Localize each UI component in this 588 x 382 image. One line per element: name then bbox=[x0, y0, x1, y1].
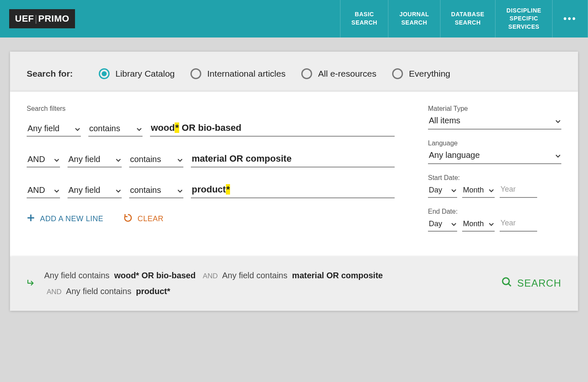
add-line-button[interactable]: ADD A NEW LINE bbox=[27, 214, 103, 224]
start-month-select[interactable]: Month bbox=[462, 184, 495, 198]
field-select-1[interactable]: Any field bbox=[27, 122, 81, 137]
chevron-down-icon bbox=[178, 155, 183, 164]
search-term-3[interactable]: product* bbox=[191, 182, 395, 198]
scope-label: Search for: bbox=[27, 69, 73, 79]
scope-everything[interactable]: Everything bbox=[392, 68, 450, 79]
filter-row-1: Any field contains wood* OR bio-based bbox=[27, 121, 395, 137]
chevron-down-icon bbox=[451, 220, 456, 228]
scope-international-articles[interactable]: International articles bbox=[190, 68, 285, 79]
search-term-2[interactable]: material OR composite bbox=[191, 152, 395, 167]
radio-icon bbox=[99, 68, 110, 79]
field-select-3[interactable]: Any field bbox=[68, 184, 122, 198]
start-year-input[interactable] bbox=[500, 183, 537, 198]
chevron-down-icon bbox=[178, 185, 183, 195]
main-nav: BASIC SEARCH JOURNAL SEARCH DATABASE SEA… bbox=[340, 0, 588, 37]
filters-right: Material Type All items Language Any lan… bbox=[428, 105, 561, 242]
logo-container: UEF | PRIMO bbox=[0, 0, 84, 37]
op-select-2[interactable]: contains bbox=[129, 153, 183, 167]
bool-select-3[interactable]: AND bbox=[27, 184, 60, 198]
nav-basic-search[interactable]: BASIC SEARCH bbox=[340, 0, 388, 37]
material-type-field: Material Type All items bbox=[428, 105, 561, 130]
filter-actions: ADD A NEW LINE CLEAR bbox=[27, 213, 395, 225]
end-year-input[interactable] bbox=[500, 217, 537, 232]
end-date-field: End Date: Day Month bbox=[428, 208, 561, 232]
chevron-down-icon bbox=[555, 150, 560, 160]
nav-database-search[interactable]: DATABASE SEARCH bbox=[440, 0, 495, 37]
filters-label: Search filters bbox=[27, 105, 395, 112]
chevron-down-icon bbox=[489, 220, 494, 228]
filters-panel: Search filters Any field contains wood* … bbox=[10, 92, 578, 257]
nav-discipline-services[interactable]: DISCIPLINE SPECIFIC SERVICES bbox=[495, 0, 552, 37]
filters-left: Search filters Any field contains wood* … bbox=[27, 105, 395, 242]
svg-point-0 bbox=[503, 278, 509, 285]
start-date-label: Start Date: bbox=[428, 174, 561, 182]
radio-icon bbox=[190, 68, 201, 79]
chevron-down-icon bbox=[137, 124, 142, 133]
query-summary-text: Any field contains wood* OR bio-based AN… bbox=[44, 267, 493, 299]
chevron-down-icon bbox=[54, 185, 59, 195]
start-date-field: Start Date: Day Month bbox=[428, 174, 561, 198]
logo-uef: UEF bbox=[15, 13, 34, 24]
op-select-3[interactable]: contains bbox=[129, 184, 183, 198]
material-type-label: Material Type bbox=[428, 105, 561, 112]
search-term-1[interactable]: wood* OR bio-based bbox=[150, 121, 395, 137]
logo[interactable]: UEF | PRIMO bbox=[9, 9, 75, 28]
field-select-2[interactable]: Any field bbox=[68, 153, 122, 167]
nav-more[interactable]: ••• bbox=[552, 0, 588, 37]
scope-library-catalog[interactable]: Library Catalog bbox=[99, 68, 175, 79]
chevron-down-icon bbox=[116, 155, 121, 164]
end-month-select[interactable]: Month bbox=[462, 218, 495, 232]
chevron-down-icon bbox=[489, 186, 494, 195]
bool-select-2[interactable]: AND bbox=[27, 153, 60, 167]
material-type-select[interactable]: All items bbox=[428, 114, 561, 130]
header: UEF | PRIMO BASIC SEARCH JOURNAL SEARCH … bbox=[0, 0, 588, 37]
filter-row-3: AND Any field contains product* bbox=[27, 182, 395, 198]
ellipsis-icon: ••• bbox=[563, 12, 577, 25]
search-button[interactable]: SEARCH bbox=[501, 277, 561, 290]
clear-button[interactable]: CLEAR bbox=[123, 213, 164, 225]
language-field: Language Any language bbox=[428, 140, 561, 164]
logo-primo: PRIMO bbox=[38, 13, 70, 24]
chevron-down-icon bbox=[75, 124, 80, 133]
plus-icon bbox=[27, 214, 35, 224]
search-icon bbox=[501, 277, 512, 290]
language-label: Language bbox=[428, 140, 561, 147]
chevron-down-icon bbox=[54, 155, 59, 164]
end-date-label: End Date: bbox=[428, 208, 561, 215]
end-day-select[interactable]: Day bbox=[428, 218, 457, 232]
chevron-down-icon bbox=[116, 185, 121, 195]
radio-icon bbox=[392, 68, 403, 79]
op-select-1[interactable]: contains bbox=[88, 122, 143, 137]
logo-separator: | bbox=[35, 13, 38, 24]
chevron-down-icon bbox=[451, 186, 456, 195]
language-select[interactable]: Any language bbox=[428, 149, 561, 164]
reset-icon bbox=[123, 213, 133, 225]
chevron-down-icon bbox=[555, 116, 560, 125]
start-day-select[interactable]: Day bbox=[428, 184, 457, 198]
scope-all-e-resources[interactable]: All e-resources bbox=[301, 68, 376, 79]
arrow-return-icon bbox=[27, 279, 36, 288]
filter-row-2: AND Any field contains material OR compo… bbox=[27, 152, 395, 167]
scope-row: Search for: Library Catalog Internationa… bbox=[27, 68, 561, 79]
query-summary-bar: Any field contains wood* OR bio-based AN… bbox=[10, 257, 578, 311]
nav-journal-search[interactable]: JOURNAL SEARCH bbox=[388, 0, 440, 37]
search-scope-panel: Search for: Library Catalog Internationa… bbox=[10, 52, 578, 92]
radio-icon bbox=[301, 68, 312, 79]
